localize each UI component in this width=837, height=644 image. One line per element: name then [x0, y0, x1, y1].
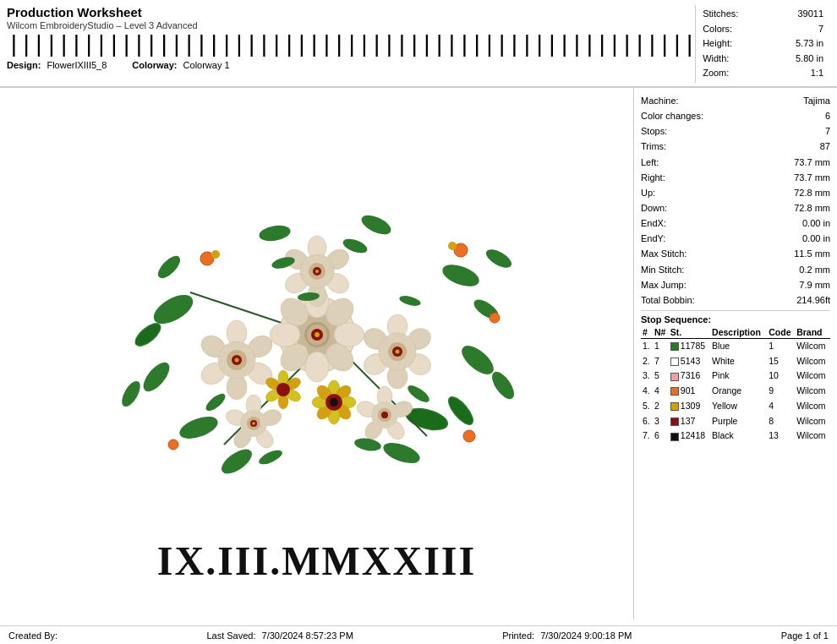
table-row: 1. 1 11785 Blue 1 Wilcom: [641, 338, 830, 353]
cell-description: Orange: [710, 384, 767, 399]
max-stitch-label: Max Stitch:: [641, 246, 687, 261]
machine-label: Machine:: [641, 93, 679, 108]
info-panel: Machine: Tajima Color changes: 6 Stops: …: [634, 88, 837, 619]
color-changes-label: Color changes:: [641, 108, 703, 123]
cell-st: 11785: [669, 338, 710, 353]
svg-point-3: [457, 341, 497, 379]
cell-brand: Wilcom: [795, 428, 830, 444]
zoom-label: Zoom:: [703, 66, 729, 81]
max-jump-value: 7.9 mm: [799, 277, 830, 292]
color-swatch-5: [670, 418, 679, 426]
cell-n: 1: [653, 338, 669, 353]
right-label: Right:: [641, 170, 665, 185]
width-label: Width:: [703, 52, 729, 67]
cell-description: Purple: [710, 414, 767, 429]
cell-n: 5: [653, 368, 669, 384]
svg-point-68: [315, 270, 319, 273]
colors-label: Colors:: [703, 22, 732, 37]
design-area: IX.III.MMXXIII: [0, 88, 634, 619]
cell-brand: Wilcom: [795, 354, 830, 369]
svg-point-13: [155, 254, 183, 281]
table-row: 5. 2 1309 Yellow 4 Wilcom: [641, 399, 830, 414]
color-changes-value: 6: [825, 108, 830, 123]
colorway-label: Colorway:: [132, 60, 177, 70]
cell-st: 1309: [669, 399, 710, 414]
right-value: 73.7 mm: [794, 170, 830, 185]
svg-point-12: [445, 394, 477, 428]
page-title: Production Worksheet: [7, 5, 695, 19]
svg-point-105: [353, 436, 382, 452]
endx-value: 0.00 in: [802, 216, 830, 231]
color-swatch-6: [670, 433, 679, 441]
cell-description: Yellow: [710, 399, 767, 414]
svg-point-23: [463, 430, 475, 442]
svg-point-48: [234, 357, 238, 362]
color-swatch-2: [670, 373, 679, 381]
cell-stop: 4.: [641, 384, 653, 399]
col-n: N#: [653, 326, 669, 339]
machine-value: Tajima: [803, 93, 830, 108]
stitches-label: Stitches:: [703, 7, 738, 22]
design-value: FlowerIXIII5_8: [46, 60, 107, 70]
svg-point-85: [381, 412, 388, 418]
cell-brand: Wilcom: [795, 399, 830, 414]
printed: Printed: 7/30/2024 9:00:18 PM: [502, 630, 632, 641]
svg-point-6: [258, 224, 290, 243]
stops-label: Stops:: [641, 123, 667, 139]
down-label: Down:: [641, 200, 667, 216]
down-value: 72.8 mm: [794, 200, 830, 216]
cell-stop: 2.: [641, 354, 653, 369]
cell-brand: Wilcom: [795, 338, 830, 353]
svg-point-21: [490, 313, 500, 323]
svg-point-10: [218, 445, 254, 478]
cell-stop: 5.: [641, 399, 653, 414]
barcode: ||||||||||||||||||||||||||||||||||||||||…: [7, 32, 695, 58]
max-jump-label: Max Jump:: [641, 277, 687, 292]
created-by-label: Created By:: [8, 630, 57, 641]
footer: Created By: Last Saved: 7/30/2024 8:57:2…: [0, 625, 837, 644]
cell-n: 4: [653, 384, 669, 399]
stats-panel: Stitches: 39011 Colors: 7 Height: 5.73 i…: [695, 5, 830, 83]
table-row: 4. 4 901 Orange 9 Wilcom: [641, 384, 830, 399]
header-subtitle: Wilcom EmbroideryStudio – Level 3 Advanc…: [7, 20, 695, 30]
main-content: IX.III.MMXXIII Machine: Tajima Color cha…: [0, 87, 837, 619]
total-bobbin-value: 214.96ft: [796, 292, 830, 308]
svg-point-18: [211, 250, 220, 259]
height-value: 5.73 in: [796, 36, 823, 52]
svg-point-14: [484, 247, 513, 270]
svg-point-34: [270, 323, 300, 347]
svg-point-15: [489, 369, 517, 402]
cell-description: Blue: [710, 338, 767, 353]
col-code: Code: [767, 326, 795, 339]
svg-point-102: [276, 383, 290, 396]
table-row: 6. 3 137 Purple 8 Wilcom: [641, 414, 830, 429]
min-stitch-value: 0.2 mm: [799, 262, 830, 277]
cell-stop: 6.: [641, 414, 653, 429]
endy-label: EndY:: [641, 231, 665, 246]
cell-stop: 3.: [641, 368, 653, 384]
total-bobbin-label: Total Bobbin:: [641, 292, 695, 308]
svg-point-16: [118, 379, 142, 409]
header: Production Worksheet Wilcom EmbroiderySt…: [0, 0, 837, 87]
cell-code: 15: [767, 354, 795, 369]
cell-n: 3: [653, 414, 669, 429]
stitches-value: 39011: [797, 7, 823, 22]
zoom-value: 1:1: [811, 66, 823, 81]
svg-point-1: [440, 261, 480, 290]
cell-code: 4: [767, 399, 795, 414]
min-stitch-label: Min Stitch:: [641, 262, 684, 277]
svg-point-20: [448, 242, 457, 250]
cell-st: 5143: [669, 354, 710, 369]
svg-point-107: [203, 390, 227, 413]
svg-point-95: [330, 398, 338, 407]
cell-description: Pink: [710, 368, 767, 384]
width-value: 5.80 in: [796, 52, 823, 67]
stops-value: 7: [825, 123, 830, 139]
cell-n: 2: [653, 399, 669, 414]
cell-code: 13: [767, 428, 795, 444]
cell-stop: 1.: [641, 338, 653, 353]
design-label: Design:: [7, 60, 41, 70]
up-value: 72.8 mm: [794, 185, 830, 200]
cell-code: 9: [767, 384, 795, 399]
svg-point-9: [132, 319, 164, 349]
